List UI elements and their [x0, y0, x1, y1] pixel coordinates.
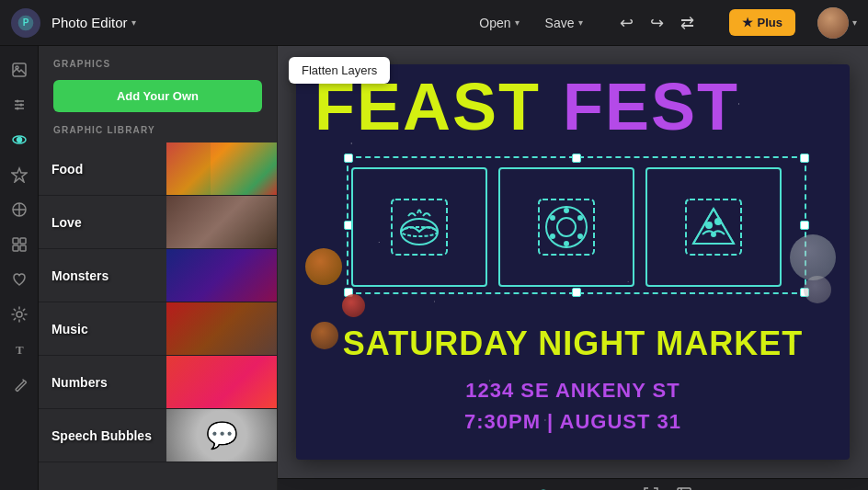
svg-rect-18 — [13, 245, 18, 251]
save-button[interactable]: Save ▾ — [536, 12, 592, 34]
svg-point-31 — [578, 234, 582, 238]
icon-boxes-group — [351, 167, 782, 287]
svg-point-8 — [19, 104, 22, 107]
redo-button[interactable]: ↪ — [645, 9, 669, 37]
library-item-numbers[interactable]: Numbers — [39, 356, 277, 409]
zoom-out-button[interactable]: − — [489, 485, 511, 491]
icon-bar: T — [0, 46, 39, 490]
fest-heading: FEST — [563, 74, 739, 140]
planet-red — [342, 294, 365, 317]
elements-tool-button[interactable] — [3, 193, 36, 226]
svg-point-29 — [565, 209, 568, 212]
library-item-monsters[interactable]: Monsters — [39, 249, 277, 302]
selection-handle-rm[interactable] — [800, 221, 809, 230]
svg-rect-16 — [13, 238, 18, 244]
svg-point-7 — [16, 100, 18, 103]
main-area: T Graphics Add Your Own Graphic Library … — [0, 46, 868, 490]
save-label: Save — [545, 16, 575, 30]
selection-handle-tr[interactable] — [800, 154, 809, 163]
svg-line-40 — [714, 209, 734, 244]
svg-rect-22 — [15, 381, 26, 392]
library-item-speech-bubbles[interactable]: Speech Bubbles 💬 — [39, 409, 277, 462]
library-item-numbers-thumb — [166, 356, 277, 408]
library-section-title: Graphic Library — [39, 121, 277, 142]
open-label: Open — [479, 16, 510, 30]
library-item-love[interactable]: Love — [39, 196, 277, 249]
open-chevron-icon: ▾ — [515, 17, 520, 28]
svg-point-20 — [17, 312, 22, 317]
svg-text:T: T — [16, 343, 24, 357]
library-item-music-label: Music — [39, 322, 88, 336]
selection-handle-tl[interactable] — [344, 154, 353, 163]
avatar[interactable] — [817, 7, 849, 39]
time-heading: 7:30PM | AUGUST 31 — [296, 410, 850, 434]
library-item-love-thumb — [166, 196, 277, 248]
design-canvas[interactable]: FEAST FEST — [296, 64, 850, 460]
add-own-button[interactable]: Add Your Own — [53, 80, 262, 112]
svg-rect-19 — [20, 245, 26, 251]
svg-point-36 — [706, 222, 712, 228]
svg-point-33 — [551, 234, 554, 238]
avatar-chevron-icon[interactable]: ▾ — [852, 17, 857, 28]
library-item-food-thumb — [166, 142, 277, 195]
app-logo: P — [11, 8, 40, 38]
graphics-section-title: Graphics — [39, 46, 277, 76]
flatten-layers-button[interactable]: Flatten Layers — [289, 57, 390, 84]
library-item-monsters-label: Monsters — [39, 268, 108, 283]
app-title[interactable]: Photo Editor ▾ — [51, 15, 136, 30]
library-item-food-label: Food — [39, 162, 83, 177]
selection-handle-bm[interactable] — [572, 288, 581, 297]
library-item-food[interactable]: Food — [39, 142, 277, 196]
bottom-bar: 58% − + — [278, 478, 868, 490]
plus-label: Plus — [758, 16, 782, 29]
plus-star-icon: ★ — [742, 16, 753, 29]
svg-rect-17 — [20, 238, 26, 244]
library-item-monsters-thumb — [166, 249, 277, 302]
svg-text:P: P — [23, 17, 29, 28]
star-tool-button[interactable] — [3, 158, 36, 191]
title-chevron-icon: ▾ — [131, 17, 136, 28]
library-item-numbers-label: Numbers — [39, 375, 108, 390]
settings-tool-button[interactable] — [3, 298, 36, 331]
selection-handle-tm[interactable] — [572, 154, 581, 163]
library-item-music[interactable]: Music — [39, 302, 277, 356]
library-item-music-thumb — [166, 302, 277, 355]
svg-point-11 — [17, 138, 21, 142]
open-button[interactable]: Open ▾ — [470, 12, 528, 34]
sidebar: Graphics Add Your Own Graphic Library Fo… — [39, 46, 278, 490]
history-button[interactable]: ⇄ — [675, 9, 700, 37]
icon-box-bowl[interactable] — [351, 167, 487, 287]
svg-point-9 — [16, 108, 18, 110]
canvas-area: Flatten Layers FEAST FEST — [278, 46, 868, 490]
avatar-image — [817, 7, 849, 39]
canvas-content: FEAST FEST — [278, 46, 868, 478]
photos-tool-button[interactable] — [3, 53, 36, 86]
library-list: Food Love Monsters Music Numbers — [39, 142, 277, 490]
draw-tool-button[interactable] — [3, 368, 36, 401]
heart-tool-button[interactable] — [3, 263, 36, 296]
library-item-speech-bubbles-thumb: 💬 — [166, 409, 277, 462]
address-heading: 1234 SE ANKENY ST — [296, 379, 850, 403]
frames-tool-button[interactable] — [3, 228, 36, 261]
text-tool-button[interactable]: T — [3, 333, 36, 366]
fit-view-button[interactable] — [638, 484, 664, 490]
svg-point-28 — [557, 218, 576, 236]
planet-orange — [305, 248, 342, 285]
plus-button[interactable]: ★ Plus — [729, 9, 795, 36]
history-actions: ↩ ↪ ⇄ — [614, 9, 700, 37]
eye-tool-button[interactable] — [3, 123, 36, 156]
fullscreen-button[interactable] — [671, 484, 697, 490]
icon-box-donut[interactable] — [498, 167, 634, 287]
planet-gray — [790, 234, 836, 280]
undo-button[interactable]: ↩ — [614, 9, 639, 37]
zoom-in-button[interactable]: + — [609, 485, 631, 491]
svg-point-34 — [551, 216, 554, 220]
library-item-speech-bubbles-label: Speech Bubbles — [39, 428, 152, 443]
topbar: P Photo Editor ▾ Open ▾ Save ▾ ↩ ↪ ⇄ ★ P… — [0, 0, 868, 46]
icon-box-pizza[interactable] — [645, 167, 782, 287]
planet-gray-small — [804, 276, 831, 303]
save-chevron-icon: ▾ — [578, 17, 583, 28]
library-item-love-label: Love — [39, 215, 82, 230]
adjustments-tool-button[interactable] — [3, 88, 36, 121]
svg-point-38 — [712, 233, 715, 236]
